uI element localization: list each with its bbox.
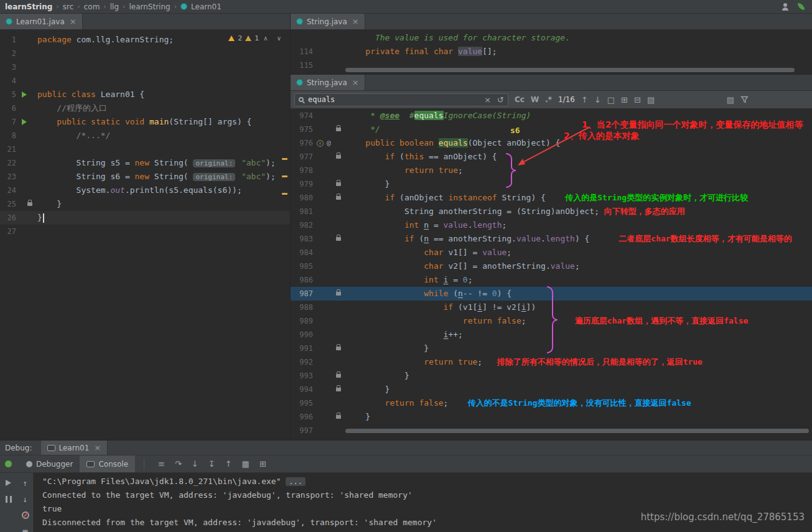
run-icon[interactable] [22,119,27,125]
step-into-icon[interactable]: ↓ [192,459,198,469]
token: String anotherString = (String)anObject; [346,207,599,216]
token: ; [575,261,580,271]
filter-icon[interactable] [740,96,749,103]
close-icon[interactable]: × [94,443,101,452]
token: n [424,234,429,243]
green-plant-icon[interactable] [798,3,805,10]
code-area-string-preview[interactable]: The value is used for character storage.… [291,30,812,72]
run-icon[interactable] [22,91,27,98]
restore-layout-icon[interactable]: ⊞ [259,459,266,469]
step-out-icon[interactable]: ↑ [225,459,232,469]
tab-string-java[interactable]: String.java × [291,75,365,90]
resume-program-icon[interactable] [6,480,11,486]
code-text: if (n == anotherString.value.length) { 二… [346,232,812,246]
tab-title: String.java [307,17,347,26]
view-options-icon[interactable]: ≡ [158,459,165,469]
breadcrumb-item[interactable]: com [84,2,100,11]
next-match-icon[interactable]: ↓ [594,95,601,105]
search-history-icon[interactable]: ↺ [497,95,504,105]
breadcrumb-item[interactable]: llg [110,2,119,11]
line-number: 977 [291,150,313,164]
horizontal-scrollbar[interactable] [345,68,795,72]
debug-view-tab-debugger[interactable]: Debugger [19,455,80,472]
close-tab-icon[interactable]: × [352,17,359,26]
code-text: if (anObject instanceof String) { 传入的是St… [346,191,812,205]
debug-view-tab-console[interactable]: Console [80,455,135,472]
add-occurrence-icon[interactable]: ⊞ [621,95,628,105]
code-area-learn01[interactable]: 1package com.llg.learnString;2345public … [0,30,290,238]
line-number: 980 [291,191,313,205]
line-number: 988 [291,301,313,314]
open-results-icon[interactable]: ▤ [727,95,734,105]
line-number: 989 [291,314,313,328]
gutter: 115 [291,58,346,72]
clear-search-icon[interactable]: × [484,95,491,105]
editor-tabbar-left: Learn01.java × [0,14,290,30]
typo-warning-icon [245,35,251,41]
pause-program-icon[interactable] [6,496,12,503]
gutter: 982 [291,218,346,232]
close-tab-icon[interactable]: × [70,17,77,26]
code-area-string[interactable]: 974 * @see #equalsIgnoreCase(String)975 … [291,109,812,437]
toolbar-separator [144,459,144,470]
select-all-matches-icon[interactable]: □ [607,95,615,105]
previous-frame-icon[interactable]: ↑ [23,478,28,488]
token: return false [346,398,444,408]
breadcrumb-item[interactable]: src [63,2,74,11]
search-input[interactable]: equals ×↺ [294,93,508,106]
code-line: 996 } [291,410,812,424]
code-text: } [37,211,290,225]
previous-match-icon[interactable]: ↑ [581,95,588,105]
code-text: /*...*/ [37,129,290,142]
token: ); [266,172,276,181]
selection-options-icon[interactable]: ▤ [647,95,655,105]
tab-learn01-java[interactable]: Learn01.java × [0,14,83,29]
code-line: 7 public static void main(String[] args)… [0,115,290,129]
prev-issue-icon[interactable]: ∧ [262,35,269,42]
view-breakpoints-icon[interactable]: ▦ [242,459,250,469]
code-text [37,60,290,74]
regex-toggle[interactable]: .* [545,95,552,104]
match-case-toggle[interactable]: Cc [515,95,525,104]
token: } [346,385,390,394]
breadcrumb-item[interactable]: learnString [129,2,170,11]
next-issue-icon[interactable]: ∨ [276,35,282,42]
token: if [346,234,419,243]
debug-session-tab[interactable]: Learn01 × [41,441,108,455]
code-line: 114 private final char value[]; [291,45,812,58]
inspections-widget[interactable]: 2 1 ∧∨ [228,34,282,42]
horizontal-scrollbar[interactable] [345,429,809,433]
remove-occurrence-icon[interactable]: ⊟ [634,95,641,105]
gutter: 983 [291,232,346,246]
next-frame-icon[interactable]: ↓ [23,495,28,504]
token: ); [266,158,276,167]
token: public boolean [346,138,439,147]
debug-toolbar: DebuggerConsole ≡↷↓↧↑▦⊞ [0,455,812,473]
search-query[interactable]: equals [308,95,480,104]
lock-icon [336,292,341,296]
gutter: 985 [291,259,346,273]
override-icon[interactable]: ↑ [317,140,324,147]
token: if [346,193,399,202]
layout-settings-icon[interactable]: ▦ [23,527,28,532]
whole-words-toggle[interactable]: W [531,95,539,104]
close-tab-icon[interactable]: × [352,78,359,87]
breadcrumb-separator: › [174,2,177,11]
mute-breakpoints-icon[interactable] [22,511,29,519]
code-text: i++; [346,328,812,342]
code-text: return false; 传入的不是String类型的对象，没有可比性，直接返… [346,396,812,410]
token: value [458,47,482,56]
code-text: while (n-- != 0) { [346,287,812,301]
token: 遍历底层char数组，遇到不等，直接返回false [526,316,749,325]
console-output[interactable]: "C:\Program Files\Java\jdk1.8.0_271\bin\… [34,473,812,532]
token: int [346,275,444,284]
breadcrumb-item[interactable]: learnString [5,2,52,11]
step-over-icon[interactable]: ↷ [175,459,182,469]
code-text [37,47,290,60]
tab-string-java-preview[interactable]: String.java × [291,14,365,29]
code-line: 984 char v1[] = value; [291,246,812,259]
force-step-into-icon[interactable]: ↧ [208,459,215,469]
token: return true [346,166,458,175]
user-icon[interactable] [782,3,789,11]
breadcrumb-item[interactable]: Learn01 [191,2,222,11]
